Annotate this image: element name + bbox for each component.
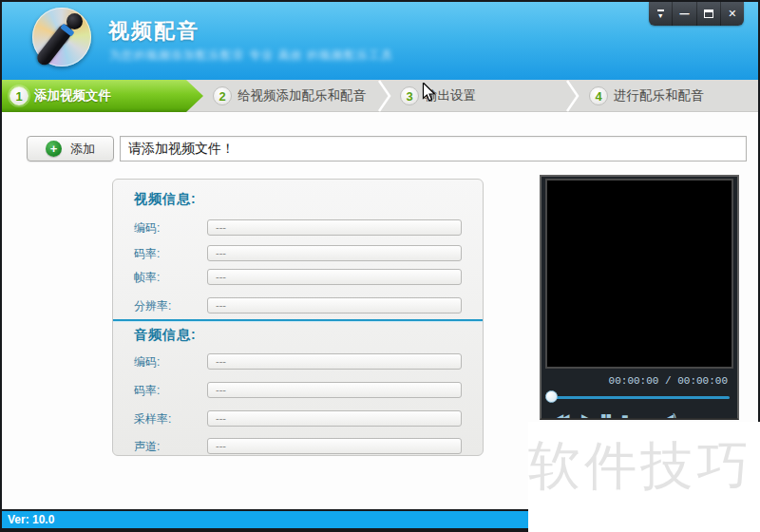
video-file-field[interactable] — [120, 136, 747, 162]
video-resolution-label: 分辨率: — [134, 298, 171, 314]
audio-codec-row: 编码: --- — [113, 353, 483, 370]
title-bar: 视频配音 为您的视频添加配乐配音 专业 高效 的视频配乐工具 ▼ — ✕ — [0, 2, 760, 80]
audio-samplerate-value: --- — [207, 410, 462, 427]
audio-bitrate-row: 码率: --- — [113, 382, 483, 399]
watermark-text: 软件技巧 — [528, 431, 752, 502]
audio-samplerate-row: 采样率: --- — [113, 410, 483, 428]
step-tab-output-settings[interactable]: 3 输出设置 — [400, 80, 476, 112]
plus-icon: + — [46, 141, 62, 157]
audio-codec-value: --- — [207, 353, 462, 370]
audio-info-title: 音频信息: — [134, 327, 197, 344]
step-tab-add-music[interactable]: 2 给视频添加配乐和配音 — [213, 80, 366, 112]
tab-separator-chevron — [566, 80, 580, 112]
step-4-label: 进行配乐和配音 — [614, 87, 704, 104]
maximize-icon — [704, 10, 713, 18]
watermark-overlay: 软件技巧 — [528, 422, 760, 532]
audio-bitrate-value: --- — [207, 382, 462, 398]
status-bar-border — [0, 528, 532, 532]
video-screen — [545, 179, 733, 369]
steps-bar: 1 添加视频文件 2 给视频添加配乐和配音 3 输出设置 4 进行配乐和配音 — [0, 80, 760, 112]
app-title: 视频配音 — [108, 17, 200, 46]
video-bitrate-value: --- — [207, 245, 462, 261]
step-2-badge: 2 — [213, 86, 232, 105]
video-bitrate-label: 码率: — [134, 246, 160, 262]
play-icon[interactable]: ▶ — [581, 412, 590, 420]
step-tab-run-dubbing[interactable]: 4 进行配乐和配音 — [589, 80, 704, 112]
audio-bitrate-label: 码率: — [134, 383, 160, 399]
step-1-badge: 1 — [10, 86, 28, 105]
seek-bar[interactable] — [549, 396, 730, 399]
minimize-button[interactable]: — — [672, 2, 695, 26]
video-bitrate-row: 码率: --- — [113, 245, 483, 262]
rewind-icon[interactable]: ◀◀ — [555, 412, 566, 420]
window-border — [0, 0, 2, 532]
audio-samplerate-label: 采样率: — [134, 411, 171, 428]
video-info-title: 视频信息: — [134, 191, 197, 208]
media-info-panel: 视频信息: 编码: --- 码率: --- 帧率: --- 分辨率: --- 音… — [112, 179, 484, 456]
app-subtitle-blurred: 为您的视频添加配乐配音 专业 高效 的视频配乐工具 — [109, 48, 393, 64]
step-4-badge: 4 — [589, 86, 608, 105]
step-1-label: 添加视频文件 — [34, 87, 111, 104]
add-video-button[interactable]: + 添加 — [27, 136, 114, 162]
video-framerate-row: 帧率: --- — [113, 269, 483, 286]
step-2-label: 给视频添加配乐和配音 — [238, 87, 366, 104]
status-bar: Ver: 10.0 — [0, 511, 530, 528]
video-codec-row: 编码: --- — [113, 219, 483, 237]
video-codec-label: 编码: — [134, 220, 160, 237]
minimize-icon: — — [679, 9, 689, 19]
audio-channels-row: 声道: --- — [113, 438, 483, 455]
stop-icon[interactable]: ■ — [621, 412, 628, 420]
seek-thumb[interactable] — [545, 390, 558, 403]
audio-codec-label: 编码: — [134, 354, 160, 370]
volume-icon[interactable]: ◀) — [665, 412, 675, 420]
pause-icon[interactable]: ▮▮ — [600, 412, 611, 420]
video-resolution-row: 分辨率: --- — [113, 297, 483, 314]
video-resolution-value: --- — [207, 297, 462, 314]
window-border — [0, 0, 760, 2]
chevron-down-icon: ▼ — [657, 10, 664, 19]
audio-channels-label: 声道: — [134, 439, 160, 455]
mouse-cursor-icon — [422, 83, 436, 103]
audio-channels-value: --- — [207, 438, 462, 454]
menu-button[interactable]: ▼ — [649, 2, 672, 26]
app-window: 视频配音 为您的视频添加配乐配音 专业 高效 的视频配乐工具 ▼ — ✕ 1 添… — [0, 0, 760, 532]
time-display: 00:00:00 / 00:00:00 — [609, 375, 728, 387]
video-codec-value: --- — [207, 219, 462, 236]
maximize-button[interactable] — [696, 2, 720, 26]
tab-separator-chevron — [378, 80, 391, 112]
app-logo-icon — [27, 6, 93, 72]
add-button-label: 添加 — [70, 141, 95, 158]
video-framerate-value: --- — [207, 269, 462, 285]
step-tab-add-video[interactable]: 1 添加视频文件 — [0, 80, 203, 112]
section-divider — [113, 319, 483, 321]
step-3-badge: 3 — [400, 86, 419, 105]
window-controls: ▼ — ✕ — [649, 2, 744, 26]
video-preview-player: 00:00:00 / 00:00:00 ◀◀ ▶ ▮▮ ■ ◀) — [540, 175, 739, 420]
video-framerate-label: 帧率: — [134, 270, 160, 286]
close-button[interactable]: ✕ — [720, 2, 744, 26]
close-icon: ✕ — [728, 8, 736, 20]
